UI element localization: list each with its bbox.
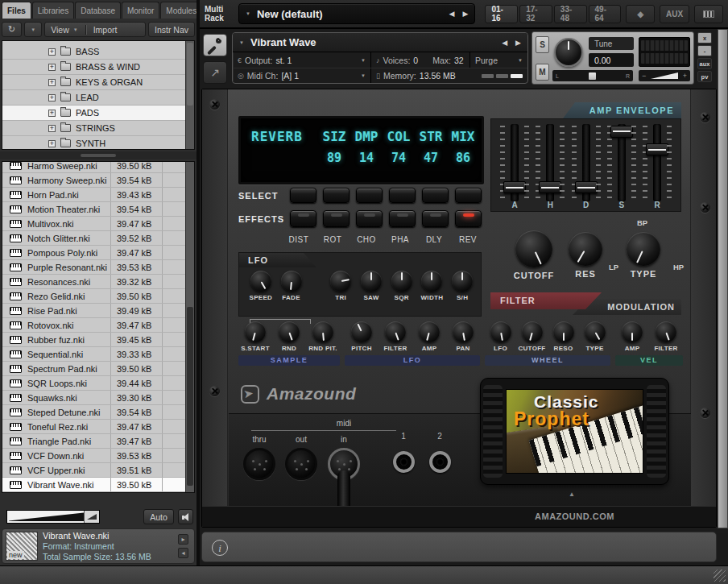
aux-button[interactable]: AUX [660,5,689,23]
effect-button-dist[interactable] [290,210,316,227]
expand-icon[interactable]: + [48,48,56,56]
lfo-knob-tri[interactable]: TRI [325,271,356,301]
tree-item-strings[interactable]: +STRINGS [2,121,194,136]
lfo-knob-sqr[interactable]: SQR [387,271,417,301]
lfo-knob-width[interactable]: WIDTH [417,271,448,301]
mod-knob-wheel-type[interactable]: TYPE [579,321,610,352]
file-row-triangle-pad-nki[interactable]: Triangle Pad.nki39.47 kB [2,434,194,449]
file-row-motion-theater-nki[interactable]: Motion Theater.nki39.54 kB [2,202,194,217]
tab-monitor[interactable]: Monitor [122,2,159,19]
rack-scrollbar[interactable] [718,29,728,528]
pan-handle[interactable] [589,72,596,80]
file-row-rezo-gelid-nki[interactable]: Rezo Gelid.nki39.50 kB [2,289,194,304]
expand-icon[interactable]: + [48,110,56,117]
effect-button-dly[interactable] [422,210,449,227]
tree-item-keys-organ[interactable]: +KEYS & ORGAN [2,75,194,90]
file-row-rotovox-nki[interactable]: Rotovox.nki39.47 kB [2,318,194,333]
mod-knob-wheel-lfo[interactable]: LFO [485,321,516,352]
minimize-button[interactable]: - [697,45,712,56]
info-icon[interactable]: i [212,540,228,556]
preset-next-button[interactable]: ▶ [462,10,468,18]
file-scrollbar[interactable] [185,162,194,492]
effect-button-rot[interactable] [323,210,350,227]
page-button-17-32[interactable]: 17-32 [519,5,552,23]
select-button-cho[interactable] [356,188,383,203]
tune-knob[interactable] [554,38,583,67]
file-scrollbar-thumb[interactable] [187,307,193,485]
pv-button[interactable]: pv [697,71,712,82]
pan-slider[interactable]: L R [552,70,633,81]
mod-knob-lfo-pitch[interactable]: PITCH [345,321,378,352]
mod-knob-lfo-pan[interactable]: PAN [446,321,480,352]
select-button-rot[interactable] [323,188,350,203]
filter-knob-type[interactable]: TYPE [619,232,668,279]
info-next-button[interactable]: ▸ [178,534,188,545]
mod-knob-wheel-cutoff[interactable]: CUTOFF [516,321,548,352]
effect-button-rev[interactable] [455,210,482,227]
multi-preset-dropdown[interactable]: ▼ New (default) ◀ ▶ [238,3,475,24]
instr-nav-button[interactable]: Instr Nav [148,22,195,37]
page-button-49-64[interactable]: 49-64 [589,5,622,23]
file-row-horn-pad-nki[interactable]: Horn Pad.nki39.43 kB [2,188,194,202]
env-slider-a[interactable] [503,124,527,201]
tree-item-pads[interactable]: +PADS [2,106,194,121]
speaker-button[interactable] [178,509,193,524]
mute-button[interactable]: M [536,64,549,81]
lfo-knob-fade[interactable]: FADE [276,271,307,301]
ksp-button[interactable]: ◈ [626,5,655,23]
filter-knob-cutoff[interactable]: CUTOFF [508,230,560,280]
tree-item-brass-wind[interactable]: +BRASS & WIND [2,60,194,75]
output-select[interactable]: € Output:st. 1 ▼ [233,52,371,68]
instrument-title-bar[interactable]: ▼ Vibrant Wave ◀ ▶ [233,33,527,52]
file-row-notch-glitter-nki[interactable]: Notch Glitter.nki39.52 kB [2,231,194,246]
effect-button-pha[interactable] [389,210,416,227]
file-row-pompous-poly-nki[interactable]: Pompous Poly.nki39.47 kB [2,246,194,260]
tab-files[interactable]: Files [2,2,31,19]
file-row-harmony-sweep-nki[interactable]: Harmony Sweep.nki39.54 kB [2,173,194,188]
resize-grip[interactable] [714,570,726,582]
preview-volume-slider[interactable] [6,510,100,524]
expand-icon[interactable]: + [48,94,56,101]
tune-value[interactable]: 0.00 [589,53,634,67]
env-slider-d[interactable] [574,124,598,201]
env-handle-h[interactable] [539,181,561,193]
file-row-resonances-nki[interactable]: Resonances.nki39.32 kB [2,275,194,289]
mod-knob-vel-filter[interactable]: FILTER [649,321,683,352]
expand-icon[interactable]: + [48,140,56,147]
file-row-rise-pad-nki[interactable]: Rise Pad.nki39.49 kB [2,304,194,318]
aux-view-button[interactable]: aux [697,58,712,69]
splitter-grip[interactable] [81,154,116,157]
file-row-spectrum-pad-nki[interactable]: Spectrum Pad.nki39.50 kB [2,362,194,376]
filter-knob-res[interactable]: RES [561,232,610,279]
file-row-toneful-rez-nki[interactable]: Toneful Rez.nki39.47 kB [2,420,194,434]
instrument-next-button[interactable]: ▶ [515,39,521,47]
tab-libraries[interactable]: Libraries [32,2,74,19]
tree-item-lead[interactable]: +LEAD [2,90,194,106]
file-row-sequential-nki[interactable]: Sequential.nki39.33 kB [2,347,194,362]
expand-icon[interactable]: + [48,64,56,71]
performance-view-button[interactable]: ↗ [203,61,227,84]
mod-knob-vel-amp[interactable]: AMP [615,321,649,352]
select-button-pha[interactable] [389,188,416,203]
mod-knob-lfo-amp[interactable]: AMP [412,321,446,352]
preset-prev-button[interactable]: ◀ [449,10,455,18]
browser-splitter[interactable] [0,151,196,159]
tree-item-synth[interactable]: +SYNTH [2,136,194,150]
file-row-purple-resonant-nki[interactable]: Purple Resonant.nki39.53 kB [2,260,194,275]
midi-channel-select[interactable]: ◎ Midi Ch:[A] 1 ▼ [233,68,371,83]
env-slider-s[interactable] [610,124,634,201]
select-button-dist[interactable] [290,188,316,203]
volume-handle[interactable] [651,72,678,79]
page-button-01-16[interactable]: 01-16 [485,5,518,23]
file-row-sqr-loops-nki[interactable]: SQR Loops.nki39.44 kB [2,376,194,391]
env-handle-r[interactable] [646,143,668,155]
purge-menu[interactable]: Purge ▼ [469,52,527,68]
expand-icon[interactable]: + [48,79,56,86]
mod-knob-sample-s-start[interactable]: S.START [238,321,272,352]
lfo-knob-s-h[interactable]: S/H [447,271,478,301]
tree-scrollbar[interactable] [185,41,194,149]
lfo-knob-saw[interactable]: SAW [356,271,387,301]
view-menu[interactable]: View [51,25,69,35]
env-slider-r[interactable] [645,124,669,201]
solo-button[interactable]: S [536,36,549,53]
